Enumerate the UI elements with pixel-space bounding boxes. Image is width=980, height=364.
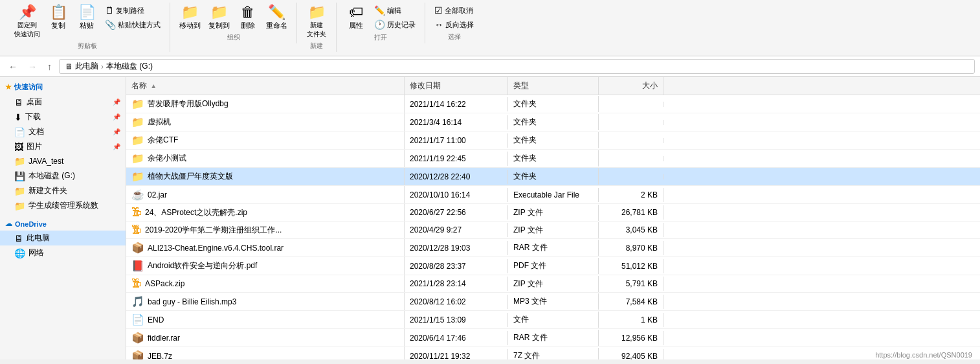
file-type-cell-8: RAR 文件 bbox=[508, 240, 599, 256]
sidebar-item-download[interactable]: ⬇ 下载 📌 bbox=[0, 109, 126, 124]
file-icon-14: 📦 bbox=[131, 350, 144, 359]
sort-indicator: ▲ bbox=[150, 82, 157, 89]
delete-label: 删除 bbox=[241, 21, 255, 30]
file-size-cell-0 bbox=[599, 102, 663, 107]
rename-label: 重命名 bbox=[266, 21, 287, 30]
sidebar-item-docs[interactable]: 📄 文档 📌 bbox=[0, 124, 126, 139]
file-size-cell-11: 7,584 KB bbox=[599, 295, 663, 309]
ribbon-group-select-items: ☑ 全部取消 ↔ 反向选择 bbox=[432, 4, 476, 31]
col-type-label: 类型 bbox=[513, 81, 529, 90]
delete-icon: 🗑 bbox=[241, 5, 255, 19]
ribbon-group-clipboard-items: 📌 固定到 快速访问 📋 复制 📄 粘贴 🗒 复制路径 📎 粘贴快捷方式 bbox=[12, 4, 163, 40]
table-row[interactable]: 📁 植物大战僵尸年度英文版 2020/12/28 22:40 文件夹 bbox=[126, 168, 980, 186]
table-row[interactable]: 🗜 2019-2020学年第二学期注册组织工作... 2020/4/29 9:2… bbox=[126, 222, 980, 239]
invert-selection-button[interactable]: ↔ 反向选择 bbox=[432, 18, 476, 31]
sidebar-item-localdisk[interactable]: 💾 本地磁盘 (G:) bbox=[0, 168, 126, 183]
back-button[interactable]: ← bbox=[5, 60, 21, 73]
sidebar-item-thispc[interactable]: 🖥 此电脑 bbox=[0, 231, 126, 245]
new-folder-button[interactable]: 📁 新建 文件夹 bbox=[304, 4, 329, 40]
copy-to-button[interactable]: 📁 复制到 bbox=[206, 4, 232, 32]
network-label: 网络 bbox=[28, 247, 44, 258]
file-type-cell-13: RAR 文件 bbox=[508, 330, 599, 346]
path-drive[interactable]: 本地磁盘 (G:) bbox=[106, 61, 153, 72]
copy-path-button[interactable]: 🗒 复制路径 bbox=[102, 4, 163, 17]
file-size-cell-7: 3,045 KB bbox=[599, 223, 663, 237]
col-header-type[interactable]: 类型 bbox=[508, 77, 599, 95]
sidebar: ★ 快速访问 🖥 桌面 📌 ⬇ 下载 📌 📄 文档 📌 🖼 图片 📌 📁 JAV… bbox=[0, 77, 126, 359]
file-date-cell-6: 2020/6/27 22:56 bbox=[405, 205, 508, 220]
col-header-name[interactable]: 名称 ▲ bbox=[126, 77, 405, 95]
forward-button[interactable]: → bbox=[25, 60, 40, 73]
table-row[interactable]: 📦 ALI213-Cheat.Engine.v6.4.CHS.tool.rar … bbox=[126, 239, 980, 257]
col-name-label: 名称 bbox=[131, 81, 147, 90]
sidebar-item-desktop[interactable]: 🖥 桌面 📌 bbox=[0, 95, 126, 109]
table-row[interactable]: 📦 JEB.7z 2020/11/21 19:32 7Z 文件 92,405 K… bbox=[126, 347, 980, 359]
star-icon: ★ bbox=[5, 83, 12, 91]
table-row[interactable]: 📄 END 2021/1/15 13:09 文件 1 KB bbox=[126, 311, 980, 329]
edit-button[interactable]: ✏️ 编辑 bbox=[372, 4, 418, 17]
table-row[interactable]: 🗜 24、ASProtect之以壳解壳.zip 2020/6/27 22:56 … bbox=[126, 204, 980, 222]
network-icon: 🌐 bbox=[14, 248, 25, 258]
new-group-label: 新建 bbox=[310, 41, 323, 51]
table-row[interactable]: 📦 fiddler.rar 2020/6/14 17:46 RAR 文件 12,… bbox=[126, 329, 980, 347]
edit-icon: ✏️ bbox=[374, 5, 385, 16]
file-name-cell-5: ☕ 02.jar bbox=[126, 186, 405, 203]
copy-button[interactable]: 📋 复制 bbox=[45, 4, 71, 32]
file-name-1: 虚拟机 bbox=[148, 117, 171, 128]
pin-to-quick-button[interactable]: 📌 固定到 快速访问 bbox=[12, 4, 43, 40]
file-name-5: 02.jar bbox=[148, 190, 167, 199]
move-to-button[interactable]: 📁 移动到 bbox=[177, 4, 203, 32]
file-name-cell-6: 🗜 24、ASProtect之以壳解壳.zip bbox=[126, 204, 405, 221]
sidebar-item-pictures[interactable]: 🖼 图片 📌 bbox=[0, 139, 126, 154]
paste-label: 粘贴 bbox=[80, 21, 94, 30]
sidebar-item-newfolder[interactable]: 📁 新建文件夹 bbox=[0, 183, 126, 198]
table-row[interactable]: 📕 Android软件安全与逆向分析.pdf 2020/8/28 23:37 P… bbox=[126, 257, 980, 275]
deselect-all-icon: ☑ bbox=[434, 5, 443, 16]
address-path[interactable]: 🖥 此电脑 › 本地磁盘 (G:) bbox=[59, 59, 975, 74]
paste-button[interactable]: 📄 粘贴 bbox=[74, 4, 100, 32]
file-name-2: 余佬CTF bbox=[148, 135, 178, 146]
copy-path-label: 复制路径 bbox=[116, 6, 144, 16]
history-label: 历史记录 bbox=[387, 20, 416, 30]
file-icon-0: 📁 bbox=[131, 98, 144, 110]
sidebar-item-network[interactable]: 🌐 网络 bbox=[0, 245, 126, 260]
ribbon-group-open: 🏷 属性 ✏️ 编辑 🕐 历史记录 打开 bbox=[337, 3, 425, 43]
paste-shortcut-button[interactable]: 📎 粘贴快捷方式 bbox=[102, 18, 163, 31]
file-icon-6: 🗜 bbox=[131, 207, 142, 218]
onedrive-label[interactable]: ☁ OneDrive bbox=[0, 217, 126, 231]
localdisk-sidebar-label: 本地磁盘 (G:) bbox=[28, 170, 75, 181]
file-name-cell-3: 📁 余佬小测试 bbox=[126, 150, 405, 167]
table-row[interactable]: 📁 虚拟机 2021/3/4 16:14 文件夹 bbox=[126, 113, 980, 131]
sidebar-item-javatest[interactable]: 📁 JAVA_test bbox=[0, 154, 126, 168]
history-button[interactable]: 🕐 历史记录 bbox=[372, 18, 418, 31]
properties-button[interactable]: 🏷 属性 bbox=[343, 4, 369, 32]
deselect-all-button[interactable]: ☑ 全部取消 bbox=[432, 4, 476, 17]
file-icon-11: 🎵 bbox=[131, 295, 144, 308]
file-date-cell-1: 2021/3/4 16:14 bbox=[405, 115, 508, 130]
sidebar-item-grademanage[interactable]: 📁 学生成绩管理系统数 bbox=[0, 198, 126, 213]
table-row[interactable]: 🗜 ASPack.zip 2021/1/28 23:14 ZIP 文件 5,79… bbox=[126, 275, 980, 293]
file-size-cell-3 bbox=[599, 156, 663, 161]
file-name-7: 2019-2020学年第二学期注册组织工作... bbox=[145, 225, 282, 236]
table-row[interactable]: ☕ 02.jar 2020/10/10 16:14 Executable Jar… bbox=[126, 186, 980, 204]
table-row[interactable]: 📁 余佬小测试 2021/1/19 22:45 文件夹 bbox=[126, 150, 980, 168]
onedrive-icon: ☁ bbox=[5, 220, 12, 228]
file-size-cell-5: 2 KB bbox=[599, 188, 663, 202]
file-icon-9: 📕 bbox=[131, 260, 144, 272]
newfolder-label: 新建文件夹 bbox=[28, 185, 67, 196]
file-icon-1: 📁 bbox=[131, 116, 144, 128]
quick-access-label[interactable]: ★ 快速访问 bbox=[0, 80, 126, 95]
table-row[interactable]: 📁 苦发吸胖专用版Ollydbg 2021/1/14 16:22 文件夹 bbox=[126, 95, 980, 113]
up-button[interactable]: ↑ bbox=[44, 60, 55, 73]
localdisk-sidebar-icon: 💾 bbox=[14, 171, 25, 181]
invert-selection-icon: ↔ bbox=[434, 19, 443, 30]
rename-button[interactable]: ✏️ 重命名 bbox=[263, 4, 290, 32]
table-row[interactable]: 📁 余佬CTF 2021/1/17 11:00 文件夹 bbox=[126, 131, 980, 150]
delete-button[interactable]: 🗑 删除 bbox=[235, 4, 261, 32]
clipboard-group-label: 剪贴板 bbox=[78, 41, 97, 51]
file-type-cell-0: 文件夹 bbox=[508, 96, 599, 112]
path-thispc[interactable]: 此电脑 bbox=[75, 61, 98, 72]
col-header-size[interactable]: 大小 bbox=[599, 77, 663, 95]
table-row[interactable]: 🎵 bad guy - Billie Eilish.mp3 2020/8/12 … bbox=[126, 293, 980, 311]
col-header-date[interactable]: 修改日期 bbox=[405, 77, 508, 95]
